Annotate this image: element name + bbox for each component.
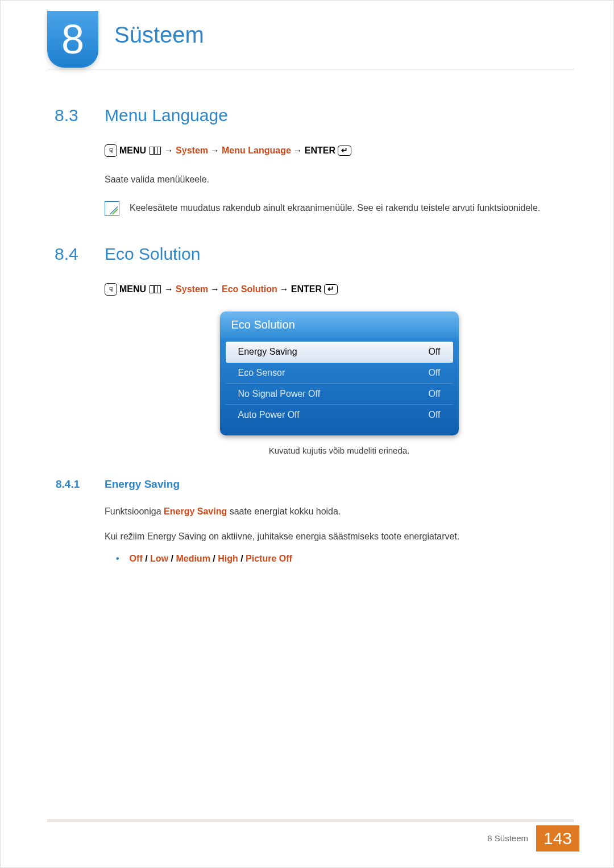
section-heading-8-4: 8.4 Eco Solution — [55, 244, 574, 264]
osd-row-value: Off — [428, 347, 440, 357]
arrow: → — [280, 284, 289, 294]
menu-grid-icon — [150, 285, 161, 293]
arrow: → — [210, 146, 219, 156]
note-icon — [105, 201, 119, 216]
options-bullet: • Off / Low / Medium / High / Picture Of… — [116, 554, 574, 564]
osd-row-label: No Signal Power Off — [238, 389, 321, 399]
page-content: 8.3 Menu Language ☟ MENU → System → Menu… — [55, 106, 574, 564]
path-segment: System — [176, 284, 208, 294]
osd-row-auto-power-off[interactable]: Auto Power Off Off — [226, 405, 453, 425]
section-number: 8.3 — [55, 106, 105, 125]
menu-path-8-4: ☟ MENU → System → Eco Solution → ENTER — [105, 283, 574, 296]
osd-row-value: Off — [428, 410, 440, 420]
enter-label: ENTER — [291, 284, 322, 294]
remote-icon: ☟ — [105, 283, 117, 296]
menu-path-8-3: ☟ MENU → System → Menu Language → ENTER — [105, 144, 574, 157]
menu-grid-icon — [150, 147, 161, 155]
section-heading-8-3: 8.3 Menu Language — [55, 106, 574, 125]
menu-label: MENU — [119, 146, 146, 156]
osd-caption: Kuvatud kujutis võib mudeliti erineda. — [105, 446, 574, 455]
bullet-icon: • — [116, 554, 119, 564]
keyword-energy-saving: Energy Saving — [164, 506, 227, 516]
subsection-para-2: Kui režiim Energy Saving on aktiivne, ju… — [105, 529, 574, 544]
path-segment: Menu Language — [222, 146, 291, 156]
osd-body: Energy Saving Off Eco Sensor Off No Sign… — [220, 338, 459, 435]
chapter-title: Süsteem — [114, 22, 204, 48]
footer-page-number: 143 — [536, 825, 579, 852]
osd-row-value: Off — [428, 389, 440, 399]
osd-header: Eco Solution — [220, 312, 459, 338]
section-number: 8.4 — [55, 244, 105, 264]
section-body-8-3: Saate valida menüükeele. — [105, 173, 574, 186]
osd-panel-eco-solution: Eco Solution Energy Saving Off Eco Senso… — [220, 312, 459, 435]
path-segment: System — [176, 146, 208, 156]
subsection-heading-8-4-1: 8.4.1 Energy Saving — [55, 478, 574, 491]
arrow: → — [164, 284, 173, 294]
subsection-para-1: Funktsiooniga Energy Saving saate energi… — [105, 504, 574, 519]
footer-divider — [47, 819, 574, 822]
osd-row-eco-sensor[interactable]: Eco Sensor Off — [226, 363, 453, 384]
menu-label: MENU — [119, 284, 146, 294]
chapter-number-tab: 8 — [47, 11, 98, 68]
osd-row-label: Energy Saving — [238, 347, 297, 357]
subsection-title: Energy Saving — [105, 478, 180, 491]
enter-label: ENTER — [305, 146, 335, 156]
osd-row-energy-saving[interactable]: Energy Saving Off — [226, 342, 453, 363]
arrow: → — [293, 146, 302, 156]
subsection-number: 8.4.1 — [55, 478, 105, 491]
note-8-3: Keelesätete muudatus rakendub ainult ekr… — [105, 201, 574, 216]
header-divider — [47, 69, 574, 69]
osd-row-value: Off — [428, 368, 440, 378]
section-title: Eco Solution — [105, 244, 200, 264]
enter-icon — [324, 284, 338, 294]
footer-chapter-label: 8 Süsteem — [487, 833, 528, 843]
path-segment: Eco Solution — [222, 284, 277, 294]
arrow: → — [210, 284, 219, 294]
note-text: Keelesätete muudatus rakendub ainult ekr… — [130, 201, 540, 216]
enter-icon — [338, 146, 351, 156]
options-text: Off / Low / Medium / High / Picture Off — [130, 554, 292, 564]
arrow: → — [164, 146, 173, 156]
osd-row-no-signal-power-off[interactable]: No Signal Power Off Off — [226, 384, 453, 405]
osd-row-label: Eco Sensor — [238, 368, 285, 378]
section-title: Menu Language — [105, 106, 228, 125]
remote-icon: ☟ — [105, 144, 117, 157]
osd-row-label: Auto Power Off — [238, 410, 300, 420]
